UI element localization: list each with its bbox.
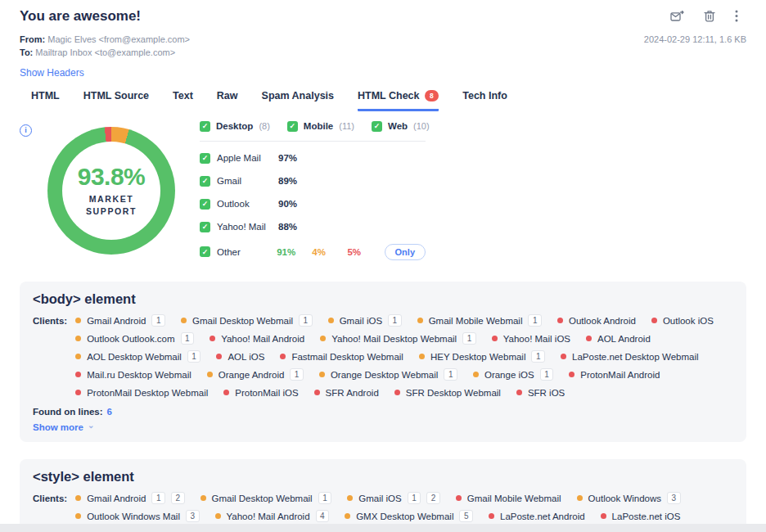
tab-html-source[interactable]: HTML Source <box>83 90 149 111</box>
status-dot-unsupported <box>314 390 320 395</box>
from-value: Magic Elves <from@example.com> <box>47 34 190 44</box>
checkbox-checked-icon[interactable]: ✓ <box>200 176 210 187</box>
message-tabs: HTMLHTML SourceTextRawSpam AnalysisHTML … <box>20 90 746 111</box>
line-number[interactable]: 1 <box>187 350 201 363</box>
client-name: Apple Mail <box>217 153 261 163</box>
to-label: To: <box>20 47 33 57</box>
client-name: Yahoo! Mail Android <box>227 512 310 521</box>
checkbox-checked-icon[interactable]: ✓ <box>200 246 210 257</box>
section-title: <body> element <box>33 291 733 307</box>
client-chip: Gmail iOS1 <box>328 314 402 327</box>
client-name: AOL Android <box>597 334 651 344</box>
client-name: Orange iOS <box>484 370 534 380</box>
client-name: HEY Desktop Webmail <box>430 352 526 362</box>
more-options-icon[interactable] <box>735 10 738 22</box>
client-name: Gmail Android <box>87 316 146 326</box>
line-number[interactable]: 3 <box>186 510 200 522</box>
status-dot-partial <box>577 495 583 501</box>
forward-email-icon[interactable] <box>670 11 684 22</box>
filter-mobile[interactable]: ✓Mobile(11) <box>287 121 354 132</box>
client-name-cell: ✓Outlook <box>200 199 278 210</box>
line-number[interactable]: 1 <box>299 314 313 327</box>
client-summary-row-outlook: ✓Outlook90% <box>200 198 426 210</box>
line-number[interactable]: 1 <box>151 492 165 504</box>
show-headers-link[interactable]: Show Headers <box>20 67 84 79</box>
client-chip: Outlook Windows Mail3 <box>75 510 199 523</box>
client-name: Fastmail Desktop Webmail <box>291 352 403 362</box>
market-support-percent: 93.8% <box>78 163 146 191</box>
client-chip: Orange Android1 <box>207 368 304 381</box>
filter-label: Desktop <box>216 121 253 131</box>
tab-text[interactable]: Text <box>173 90 193 111</box>
client-name: Yahoo! Mail Android <box>221 334 304 344</box>
filter-desktop[interactable]: ✓Desktop(8) <box>200 121 270 132</box>
checkbox-checked-icon[interactable]: ✓ <box>200 222 210 232</box>
status-dot-partial <box>320 336 326 341</box>
client-chip: LaPoste.net Android <box>489 510 585 523</box>
tab-label: HTML Source <box>83 90 149 101</box>
status-dot-partial <box>319 372 325 377</box>
clients-label: Clients: <box>33 314 67 399</box>
client-chip: Gmail Android1 <box>75 314 165 327</box>
client-summary-row-other: ✓Other91%4%5%Only <box>200 244 426 260</box>
to-value: Mailtrap Inbox <to@example.com> <box>35 47 175 57</box>
client-name: GMX Desktop Webmail <box>356 512 453 521</box>
line-number[interactable]: 1 <box>290 368 304 381</box>
delete-icon[interactable] <box>704 10 715 22</box>
tab-html[interactable]: HTML <box>31 90 60 111</box>
checkbox-checked-icon[interactable]: ✓ <box>287 121 298 132</box>
tab-spam-analysis[interactable]: Spam Analysis <box>262 90 334 111</box>
status-dot-partial <box>207 372 213 377</box>
tab-label: Spam Analysis <box>262 90 334 101</box>
line-number[interactable]: 1 <box>531 350 545 363</box>
filter-web[interactable]: ✓Web(10) <box>372 121 430 132</box>
found-line-number[interactable]: 6 <box>107 407 112 417</box>
client-chip: Gmail Desktop Webmail1 <box>181 314 313 327</box>
line-number[interactable]: 1 <box>388 314 402 327</box>
supported-percent: 88% <box>278 222 314 232</box>
client-name: Gmail <box>217 176 241 186</box>
client-chip: Orange Desktop Webmail1 <box>319 368 457 381</box>
market-support-donut: 93.8% MARKET SUPPORT <box>47 127 175 255</box>
header-actions <box>670 8 746 22</box>
bottom-band <box>0 524 766 532</box>
client-name: SFR Android <box>326 388 379 398</box>
line-number[interactable]: 1 <box>151 314 165 327</box>
tab-html-check[interactable]: HTML Check8 <box>358 90 439 111</box>
client-chip: GMX Desktop Webmail5 <box>345 510 473 523</box>
line-number[interactable]: 1 <box>444 368 457 381</box>
client-name: AOL iOS <box>228 352 264 362</box>
tab-label: HTML Check <box>358 90 419 101</box>
supported-percent: 97% <box>278 153 314 163</box>
tab-raw[interactable]: Raw <box>217 90 238 111</box>
info-icon[interactable]: i <box>20 124 32 137</box>
checkbox-checked-icon[interactable]: ✓ <box>200 199 210 210</box>
line-number[interactable]: 1 <box>528 314 542 327</box>
line-number[interactable]: 5 <box>459 510 473 522</box>
status-dot-unsupported <box>210 336 215 341</box>
line-number[interactable]: 1 <box>462 332 476 345</box>
client-name: Gmail Mobile Webmail <box>429 316 523 326</box>
line-number[interactable]: 1 <box>181 332 195 345</box>
only-button[interactable]: Only <box>385 244 426 260</box>
show-more-link[interactable]: Show more⌄ <box>33 422 94 432</box>
line-number[interactable]: 1 <box>318 492 332 504</box>
status-dot-unsupported <box>557 318 563 323</box>
line-number[interactable]: 2 <box>426 492 440 504</box>
line-number[interactable]: 1 <box>408 492 421 504</box>
market-support-chart: 93.8% MARKET SUPPORT <box>47 119 175 260</box>
client-summary-row-yahoo-mail: ✓Yahoo! Mail88% <box>200 221 426 233</box>
line-number[interactable]: 2 <box>171 492 185 504</box>
line-number[interactable]: 3 <box>667 492 681 504</box>
client-name: Outlook Android <box>569 316 636 326</box>
checkbox-checked-icon[interactable]: ✓ <box>372 121 382 132</box>
line-number[interactable]: 1 <box>540 368 554 381</box>
status-dot-unsupported <box>561 354 566 359</box>
checkbox-checked-icon[interactable]: ✓ <box>200 153 210 164</box>
status-dot-unsupported <box>216 354 222 359</box>
line-number[interactable]: 4 <box>316 510 330 522</box>
client-name: Gmail Mobile Webmail <box>467 494 561 503</box>
supported-percent: 89% <box>278 176 314 186</box>
checkbox-checked-icon[interactable]: ✓ <box>200 121 210 132</box>
tab-tech-info[interactable]: Tech Info <box>462 90 507 111</box>
